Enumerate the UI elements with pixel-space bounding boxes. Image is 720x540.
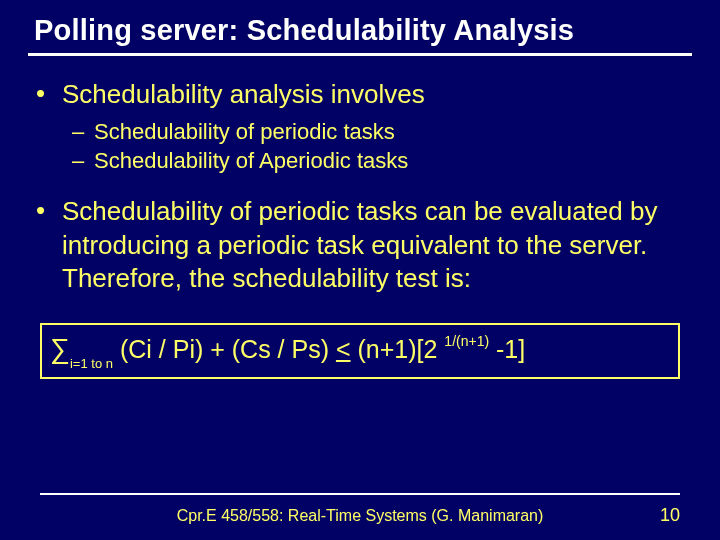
bullet-dash: –	[72, 146, 94, 175]
formula-subscript: i=1 to n	[70, 356, 113, 371]
slide-title: Polling server: Schedulability Analysis	[28, 14, 692, 56]
bullet-dot: •	[36, 78, 62, 111]
bullet-item: • Schedulability analysis involves	[36, 78, 684, 111]
sub-list: – Schedulability of periodic tasks – Sch…	[72, 117, 684, 175]
slide: Polling server: Schedulability Analysis …	[0, 0, 720, 540]
footer-course: Cpr.E 458/558: Real-Time Systems (G. Man…	[0, 507, 720, 525]
slide-content: • Schedulability analysis involves – Sch…	[28, 78, 692, 379]
sub-bullet-item: – Schedulability of Aperiodic tasks	[72, 146, 684, 175]
footer-row: Cpr.E 458/558: Real-Time Systems (G. Man…	[40, 505, 680, 526]
le-symbol: <	[336, 335, 351, 363]
formula-box: ∑i=1 to n (Ci / Pi) + (Cs / Ps) < (n+1)[…	[40, 323, 680, 379]
formula-part: -1]	[489, 335, 525, 363]
bullet-text: Schedulability analysis involves	[62, 78, 684, 111]
footer-rule	[40, 493, 680, 495]
sub-bullet-text: Schedulability of periodic tasks	[94, 117, 684, 146]
bullet-dot: •	[36, 195, 62, 295]
formula-part: (Ci / Pi) + (Cs / Ps)	[113, 335, 336, 363]
sub-bullet-item: – Schedulability of periodic tasks	[72, 117, 684, 146]
bullet-item: • Schedulability of periodic tasks can b…	[36, 195, 684, 295]
formula-superscript: 1/(n+1)	[444, 333, 489, 349]
formula-part: (n+1)[2	[351, 335, 445, 363]
page-number: 10	[660, 505, 680, 526]
formula: ∑i=1 to n (Ci / Pi) + (Cs / Ps) < (n+1)[…	[40, 323, 680, 379]
sub-bullet-text: Schedulability of Aperiodic tasks	[94, 146, 684, 175]
bullet-text: Schedulability of periodic tasks can be …	[62, 195, 684, 295]
slide-footer: Cpr.E 458/558: Real-Time Systems (G. Man…	[0, 493, 720, 526]
sigma-icon: ∑	[50, 333, 70, 364]
bullet-dash: –	[72, 117, 94, 146]
